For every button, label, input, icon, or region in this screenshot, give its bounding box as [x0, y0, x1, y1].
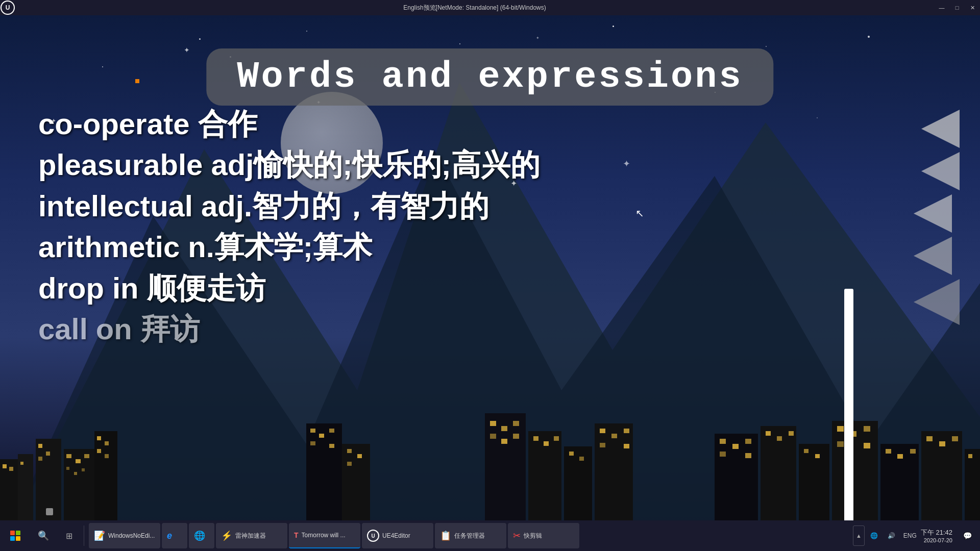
scrollbar-track[interactable]: [844, 289, 853, 534]
svg-rect-27: [310, 441, 315, 445]
svg-rect-3: [3, 464, 7, 468]
taskbar-app-taskmgr[interactable]: 📋 任务管理器: [435, 523, 506, 548]
word-item-4: arithmetic n.算术学;算术: [38, 228, 540, 266]
nav-arrow-back[interactable]: [914, 279, 960, 325]
taskbar-app-quickjianji[interactable]: ✂ 快剪辑: [508, 523, 579, 548]
thunder-icon: ⚡: [221, 530, 232, 541]
taskbar-app-thunder[interactable]: ⚡ 雷神加速器: [216, 523, 287, 548]
svg-rect-49: [611, 434, 617, 438]
taskbar-app-ie[interactable]: e: [162, 523, 187, 548]
words-list: co-operate 合作 pleasurable adj愉快的;快乐的;高兴的…: [38, 105, 540, 348]
svg-rect-16: [74, 472, 77, 475]
navigation-arrows: [900, 110, 960, 439]
orange-dot: [135, 79, 139, 83]
svg-rect-13: [76, 459, 81, 463]
lang-indicator[interactable]: ENG: [903, 532, 917, 539]
nav-arrow-2[interactable]: [921, 152, 960, 190]
main-title: Words and expressions: [206, 48, 773, 106]
nav-arrow-4[interactable]: [914, 237, 952, 275]
sys-tray-icons[interactable]: ▲: [853, 525, 865, 546]
taskview-button[interactable]: ⊞: [56, 520, 82, 551]
svg-rect-52: [624, 444, 629, 448]
svg-rect-30: [347, 449, 352, 453]
svg-rect-8: [38, 444, 42, 448]
taskbar-app-notepad[interactable]: 📝 WindowsNoEdi...: [89, 523, 160, 548]
svg-rect-34: [490, 421, 496, 426]
taskbar-app-tomorrow[interactable]: T Tomorrow will ...: [289, 523, 360, 548]
svg-rect-39: [513, 434, 519, 439]
svg-rect-36: [513, 421, 519, 426]
sparkle-star: ✦: [623, 158, 630, 169]
svg-rect-51: [600, 443, 605, 447]
volume-icon[interactable]: 🔊: [884, 528, 899, 543]
notification-icon[interactable]: 💬: [960, 528, 975, 543]
word-item-3: intellectual adj.智力的，有智力的: [38, 187, 540, 225]
taskmgr-label: 任务管理器: [454, 532, 485, 540]
windows-logo-icon: [10, 531, 20, 541]
word-item-5: drop in 顺便走访: [38, 269, 540, 307]
close-button[interactable]: ✕: [965, 0, 980, 15]
window-title: English预览[NetMode: Standalone] (64-bit/W…: [15, 4, 934, 12]
sparkle-star: ✦: [184, 46, 190, 54]
ue4-icon: U: [367, 530, 379, 542]
svg-rect-17: [82, 468, 85, 471]
svg-rect-46: [579, 457, 584, 461]
svg-rect-60: [766, 431, 771, 436]
search-button[interactable]: 🔍: [31, 520, 56, 551]
svg-rect-80: [965, 449, 980, 520]
svg-rect-62: [789, 431, 794, 436]
svg-rect-61: [777, 436, 782, 441]
svg-rect-37: [490, 434, 496, 439]
svg-rect-69: [864, 426, 870, 432]
svg-rect-23: [306, 423, 342, 520]
title-bar: U English预览[NetMode: Standalone] (64-bit…: [0, 0, 980, 15]
notepad-icon: 📝: [94, 530, 105, 541]
svg-rect-38: [501, 439, 507, 444]
star: [306, 31, 307, 32]
sparkle-star: ✦: [536, 36, 540, 40]
star: [766, 46, 767, 47]
nav-arrow-1[interactable]: [921, 110, 960, 148]
star: [868, 36, 870, 38]
svg-rect-74: [897, 454, 903, 459]
word-item-1: co-operate 合作: [38, 105, 540, 143]
svg-rect-64: [804, 449, 808, 453]
nav-arrow-3[interactable]: [914, 194, 952, 233]
svg-rect-31: [357, 454, 362, 458]
svg-rect-70: [837, 441, 844, 447]
svg-rect-6: [20, 462, 23, 465]
quickjianji-icon: ✂: [513, 530, 521, 541]
taskbar-app-ue4[interactable]: U UE4Editor: [362, 523, 433, 548]
svg-rect-9: [46, 452, 50, 456]
network-icon[interactable]: 🌐: [867, 528, 882, 543]
svg-rect-65: [815, 454, 820, 458]
svg-rect-81: [968, 454, 972, 458]
svg-rect-4: [9, 467, 13, 471]
taskbar-app-browser[interactable]: 🌐: [189, 523, 214, 548]
ue-logo-icon: U: [1, 1, 15, 15]
system-tray: ▲ 🌐 🔊 ENG 下午 21:42 2020-07-20 💬: [848, 525, 980, 546]
start-button[interactable]: [0, 520, 31, 551]
star: [199, 38, 201, 40]
maximize-button[interactable]: □: [949, 0, 965, 15]
svg-rect-5: [18, 454, 33, 520]
browser-icon: 🌐: [194, 530, 205, 541]
svg-rect-48: [600, 429, 605, 433]
star: [102, 66, 103, 67]
word-item-6: call on 拜访: [38, 310, 540, 348]
svg-rect-56: [745, 439, 751, 444]
quickjianji-label: 快剪辑: [524, 532, 542, 540]
svg-rect-25: [319, 434, 324, 438]
svg-rect-45: [569, 452, 574, 456]
minimize-button[interactable]: —: [934, 0, 949, 15]
taskmgr-icon: 📋: [440, 530, 451, 541]
star: [459, 43, 460, 44]
clock-area[interactable]: 下午 21:42 2020-07-20: [921, 528, 958, 543]
notepad-label: WindowsNoEdi...: [108, 532, 155, 539]
svg-rect-75: [910, 449, 916, 454]
tomorrow-icon: T: [294, 531, 299, 539]
svg-rect-63: [799, 444, 829, 520]
up-arrow-icon: ▲: [856, 533, 862, 539]
mouse-cursor: ↖: [635, 207, 646, 217]
svg-rect-12: [66, 454, 71, 458]
